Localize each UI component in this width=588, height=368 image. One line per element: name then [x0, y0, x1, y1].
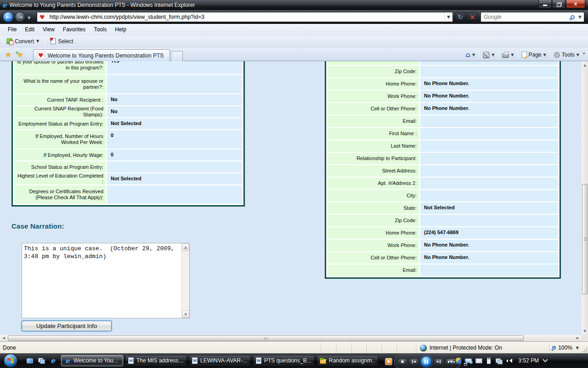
resize-grip[interactable] — [582, 347, 588, 353]
select-button[interactable]: Select — [48, 37, 76, 46]
taskbar-clock[interactable]: 3:52 PM — [518, 357, 539, 364]
tools-menu-button[interactable]: Tools▼ — [552, 50, 582, 60]
taskbar-window-button[interactable]: The MIS address.... — [125, 355, 187, 366]
tab-bar: ★ ★+ ♥ Welcome to Young Parents Demonstr… — [0, 47, 588, 61]
field-label: Zip Code: — [328, 215, 419, 226]
history-dropdown-icon[interactable]: ▼ — [28, 16, 31, 20]
scroll-right-icon[interactable]: ▶ — [574, 335, 582, 341]
scroll-down-icon[interactable]: ▼ — [582, 327, 588, 335]
vertical-scrollbar[interactable]: ▲ ▼ — [582, 61, 588, 335]
home-dropdown-icon[interactable]: ▼ — [472, 53, 475, 57]
show-desktop-icon[interactable] — [26, 356, 34, 365]
scroll-up-icon[interactable]: ▲ — [582, 61, 588, 69]
taskbar-window-button[interactable]: Random assignm... — [317, 355, 379, 366]
volume-icon[interactable] — [505, 357, 513, 364]
close-icon: × — [574, 1, 577, 7]
home-button[interactable]: ⌂▼ — [463, 50, 477, 60]
stop-media-button[interactable]: ■ — [397, 358, 407, 365]
field-value: Not Selected — [107, 118, 242, 129]
previous-track-button[interactable]: ◀ — [409, 358, 419, 365]
menu-favorites[interactable]: Favorites — [59, 25, 90, 34]
zoom-dropdown-icon[interactable]: ▼ — [576, 346, 579, 350]
back-button[interactable]: ← — [3, 12, 14, 23]
new-tab-stub[interactable] — [171, 51, 183, 61]
search-input[interactable] — [481, 14, 571, 20]
gear-icon — [554, 52, 560, 58]
url-text[interactable]: http://www.lewin-chmi.com/ypdpts/view_st… — [50, 14, 444, 20]
restore-button[interactable] — [552, 0, 565, 8]
address-dropdown-icon[interactable]: ▼ — [444, 12, 452, 22]
media-player-icon[interactable] — [385, 358, 392, 365]
case-narration-textarea[interactable]: This is a unique case. (October 29, 2009… — [22, 243, 181, 318]
menu-help[interactable]: Help — [111, 25, 130, 34]
form-row: Zip Code: — [328, 66, 558, 77]
toolbar-overflow-chevron[interactable]: » — [582, 50, 585, 56]
vertical-scrollbar-thumb[interactable] — [582, 184, 588, 294]
field-value: No Phone Number. — [420, 240, 558, 251]
scroll-left-icon[interactable]: ◀ — [0, 335, 8, 341]
textarea-scrollbar[interactable]: ▲ ▼ — [181, 243, 189, 318]
field-value — [107, 161, 242, 172]
taskbar-window-button[interactable]: PTS questions_B... — [253, 355, 315, 366]
address-bar[interactable]: ♥ http://www.lewin-chmi.com/ypdpts/view_… — [37, 12, 453, 22]
search-box[interactable]: ▼ — [481, 12, 584, 22]
convert-dropdown-icon[interactable]: ▼ — [36, 39, 39, 43]
forward-button[interactable]: → — [15, 12, 26, 23]
form-row: Apt. #/Address 2: — [328, 178, 558, 189]
window-switcher-icon[interactable] — [37, 356, 45, 365]
refresh-button[interactable]: ↻ — [455, 12, 466, 22]
form-row: Relationship to Participant: — [328, 153, 558, 164]
search-icon[interactable] — [571, 15, 575, 19]
menu-file[interactable]: File — [4, 25, 21, 34]
network-computer-icon[interactable] — [465, 357, 472, 364]
page-dropdown-icon[interactable]: ▼ — [543, 53, 546, 57]
network-status-icon[interactable] — [495, 357, 503, 364]
mail-icon[interactable] — [475, 357, 482, 364]
horizontal-scrollbar[interactable]: ◀ ▶ — [0, 335, 582, 341]
page-menu-button[interactable]: Page▼ — [520, 50, 548, 60]
scroll-down-icon[interactable]: ▼ — [182, 310, 189, 318]
stop-button[interactable]: × — [467, 12, 478, 22]
taskbar-window-button[interactable]: Welcome to You... — [61, 355, 123, 366]
scroll-up-icon[interactable]: ▲ — [182, 243, 189, 251]
feeds-dropdown-icon[interactable]: ▼ — [492, 53, 494, 57]
task-icon — [128, 357, 134, 364]
site-favicon-heart-icon: ♥ — [37, 14, 48, 21]
task-title: PTS questions_B... — [264, 357, 311, 364]
ie-quick-launch-icon[interactable]: e — [49, 356, 57, 365]
task-title: LEWINVA-AVAR-... — [200, 357, 247, 364]
taskbar-end-chevron-icon[interactable] — [543, 357, 548, 362]
next-track-button[interactable]: ▶ — [434, 358, 444, 365]
search-dropdown-icon[interactable]: ▼ — [578, 15, 582, 19]
show-hidden-icons-chevron[interactable]: ‹ — [449, 357, 451, 364]
status-cell — [396, 343, 412, 353]
pause-button[interactable] — [421, 356, 432, 367]
form-row: Cell or Other Phone: No Phone Number. — [328, 252, 558, 264]
security-shield-icon[interactable] — [455, 357, 462, 364]
convert-button[interactable]: Convert ▼ — [4, 37, 42, 46]
minimize-button[interactable] — [538, 0, 552, 8]
menu-tools[interactable]: Tools — [90, 25, 111, 34]
field-label: Current SNAP Recipient (Food Stamps): — [14, 106, 106, 117]
menu-edit[interactable]: Edit — [21, 25, 39, 34]
horizontal-scrollbar-thumb[interactable] — [8, 335, 524, 341]
field-value: No Phone Number. — [420, 103, 558, 115]
add-favorite-button[interactable]: ★+ — [15, 50, 26, 60]
field-label: School Status at Program Entry: — [14, 161, 106, 172]
print-button[interactable]: ▼ — [500, 50, 516, 60]
zoom-control[interactable]: 100% ▼ — [549, 343, 582, 353]
tab-active[interactable]: ♥ Welcome to Young Parents Demonstration… — [33, 49, 170, 61]
menu-view[interactable]: View — [39, 25, 59, 34]
feeds-button[interactable]: ▼ — [481, 50, 497, 60]
print-dropdown-icon[interactable]: ▼ — [511, 53, 514, 57]
favorites-center-button[interactable]: ★ — [3, 50, 14, 60]
start-button[interactable] — [4, 354, 17, 368]
taskbar-window-button[interactable]: LEWINVA-AVAR-... — [189, 355, 251, 366]
field-label: Employment Status at Program Entry: — [14, 118, 106, 129]
update-participant-info-button[interactable]: Update Participant Info — [22, 321, 112, 331]
tools-dropdown-icon[interactable]: ▼ — [577, 53, 579, 57]
power-plug-icon[interactable] — [485, 357, 492, 364]
form-row: Employment Status at Program Entry: Not … — [14, 118, 242, 129]
close-button[interactable]: × — [566, 0, 585, 8]
form-row: First Name : — [328, 128, 558, 139]
